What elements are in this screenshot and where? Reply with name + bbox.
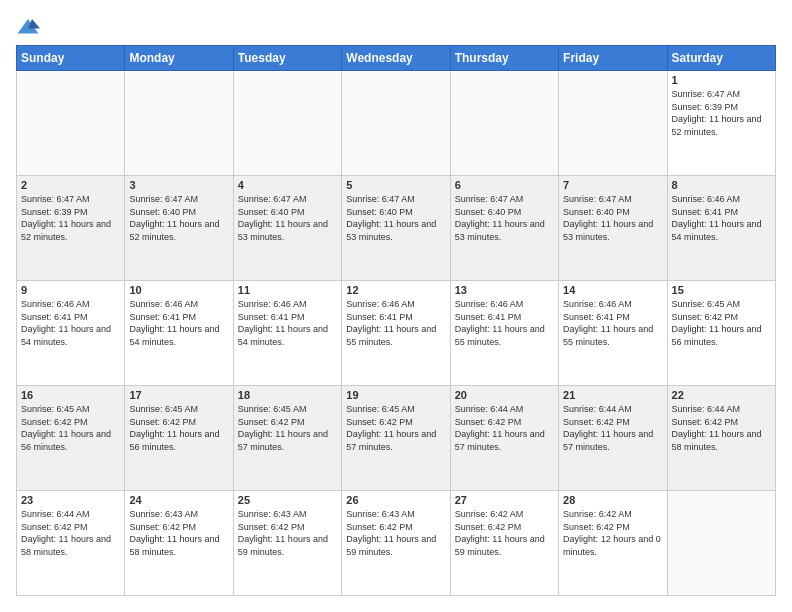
day-number: 5 xyxy=(346,179,445,191)
day-number: 26 xyxy=(346,494,445,506)
day-number: 3 xyxy=(129,179,228,191)
day-info: Sunrise: 6:46 AM Sunset: 6:41 PM Dayligh… xyxy=(238,298,337,348)
calendar-cell: 5Sunrise: 6:47 AM Sunset: 6:40 PM Daylig… xyxy=(342,176,450,281)
calendar-cell xyxy=(125,71,233,176)
day-info: Sunrise: 6:47 AM Sunset: 6:40 PM Dayligh… xyxy=(346,193,445,243)
day-number: 9 xyxy=(21,284,120,296)
day-number: 2 xyxy=(21,179,120,191)
calendar-cell: 8Sunrise: 6:46 AM Sunset: 6:41 PM Daylig… xyxy=(667,176,775,281)
day-info: Sunrise: 6:44 AM Sunset: 6:42 PM Dayligh… xyxy=(455,403,554,453)
calendar-cell: 17Sunrise: 6:45 AM Sunset: 6:42 PM Dayli… xyxy=(125,386,233,491)
day-info: Sunrise: 6:45 AM Sunset: 6:42 PM Dayligh… xyxy=(129,403,228,453)
calendar-cell xyxy=(17,71,125,176)
day-number: 4 xyxy=(238,179,337,191)
day-number: 17 xyxy=(129,389,228,401)
day-info: Sunrise: 6:42 AM Sunset: 6:42 PM Dayligh… xyxy=(455,508,554,558)
day-info: Sunrise: 6:43 AM Sunset: 6:42 PM Dayligh… xyxy=(238,508,337,558)
calendar-cell: 2Sunrise: 6:47 AM Sunset: 6:39 PM Daylig… xyxy=(17,176,125,281)
day-number: 25 xyxy=(238,494,337,506)
weekday-header: Thursday xyxy=(450,46,558,71)
day-info: Sunrise: 6:45 AM Sunset: 6:42 PM Dayligh… xyxy=(672,298,771,348)
page: SundayMondayTuesdayWednesdayThursdayFrid… xyxy=(0,0,792,612)
calendar-cell: 19Sunrise: 6:45 AM Sunset: 6:42 PM Dayli… xyxy=(342,386,450,491)
day-info: Sunrise: 6:45 AM Sunset: 6:42 PM Dayligh… xyxy=(21,403,120,453)
day-info: Sunrise: 6:44 AM Sunset: 6:42 PM Dayligh… xyxy=(563,403,662,453)
day-info: Sunrise: 6:46 AM Sunset: 6:41 PM Dayligh… xyxy=(563,298,662,348)
calendar-cell: 9Sunrise: 6:46 AM Sunset: 6:41 PM Daylig… xyxy=(17,281,125,386)
day-number: 10 xyxy=(129,284,228,296)
calendar-cell: 27Sunrise: 6:42 AM Sunset: 6:42 PM Dayli… xyxy=(450,491,558,596)
calendar-cell: 25Sunrise: 6:43 AM Sunset: 6:42 PM Dayli… xyxy=(233,491,341,596)
day-info: Sunrise: 6:47 AM Sunset: 6:40 PM Dayligh… xyxy=(455,193,554,243)
weekday-header: Wednesday xyxy=(342,46,450,71)
calendar-cell: 12Sunrise: 6:46 AM Sunset: 6:41 PM Dayli… xyxy=(342,281,450,386)
calendar-cell: 26Sunrise: 6:43 AM Sunset: 6:42 PM Dayli… xyxy=(342,491,450,596)
calendar-cell: 20Sunrise: 6:44 AM Sunset: 6:42 PM Dayli… xyxy=(450,386,558,491)
day-number: 20 xyxy=(455,389,554,401)
calendar-table: SundayMondayTuesdayWednesdayThursdayFrid… xyxy=(16,45,776,596)
calendar-cell xyxy=(450,71,558,176)
calendar-cell: 7Sunrise: 6:47 AM Sunset: 6:40 PM Daylig… xyxy=(559,176,667,281)
calendar-cell: 4Sunrise: 6:47 AM Sunset: 6:40 PM Daylig… xyxy=(233,176,341,281)
day-info: Sunrise: 6:47 AM Sunset: 6:39 PM Dayligh… xyxy=(672,88,771,138)
day-number: 19 xyxy=(346,389,445,401)
day-info: Sunrise: 6:46 AM Sunset: 6:41 PM Dayligh… xyxy=(346,298,445,348)
calendar-cell: 15Sunrise: 6:45 AM Sunset: 6:42 PM Dayli… xyxy=(667,281,775,386)
weekday-header: Saturday xyxy=(667,46,775,71)
day-number: 15 xyxy=(672,284,771,296)
day-number: 7 xyxy=(563,179,662,191)
day-number: 23 xyxy=(21,494,120,506)
weekday-header: Tuesday xyxy=(233,46,341,71)
weekday-header: Monday xyxy=(125,46,233,71)
header xyxy=(16,16,776,37)
day-info: Sunrise: 6:45 AM Sunset: 6:42 PM Dayligh… xyxy=(346,403,445,453)
day-number: 1 xyxy=(672,74,771,86)
weekday-header: Sunday xyxy=(17,46,125,71)
calendar-cell: 28Sunrise: 6:42 AM Sunset: 6:42 PM Dayli… xyxy=(559,491,667,596)
day-info: Sunrise: 6:45 AM Sunset: 6:42 PM Dayligh… xyxy=(238,403,337,453)
day-info: Sunrise: 6:43 AM Sunset: 6:42 PM Dayligh… xyxy=(129,508,228,558)
day-number: 11 xyxy=(238,284,337,296)
calendar-cell: 16Sunrise: 6:45 AM Sunset: 6:42 PM Dayli… xyxy=(17,386,125,491)
day-info: Sunrise: 6:42 AM Sunset: 6:42 PM Dayligh… xyxy=(563,508,662,558)
weekday-header: Friday xyxy=(559,46,667,71)
day-info: Sunrise: 6:47 AM Sunset: 6:40 PM Dayligh… xyxy=(563,193,662,243)
calendar-cell xyxy=(233,71,341,176)
day-info: Sunrise: 6:46 AM Sunset: 6:41 PM Dayligh… xyxy=(129,298,228,348)
day-number: 12 xyxy=(346,284,445,296)
logo-icon xyxy=(16,17,40,37)
calendar-cell: 24Sunrise: 6:43 AM Sunset: 6:42 PM Dayli… xyxy=(125,491,233,596)
day-number: 13 xyxy=(455,284,554,296)
day-number: 8 xyxy=(672,179,771,191)
calendar-cell xyxy=(667,491,775,596)
day-number: 18 xyxy=(238,389,337,401)
calendar-cell: 10Sunrise: 6:46 AM Sunset: 6:41 PM Dayli… xyxy=(125,281,233,386)
day-info: Sunrise: 6:46 AM Sunset: 6:41 PM Dayligh… xyxy=(21,298,120,348)
day-info: Sunrise: 6:47 AM Sunset: 6:40 PM Dayligh… xyxy=(129,193,228,243)
day-number: 28 xyxy=(563,494,662,506)
day-number: 24 xyxy=(129,494,228,506)
calendar-cell: 21Sunrise: 6:44 AM Sunset: 6:42 PM Dayli… xyxy=(559,386,667,491)
day-info: Sunrise: 6:43 AM Sunset: 6:42 PM Dayligh… xyxy=(346,508,445,558)
day-number: 6 xyxy=(455,179,554,191)
calendar-cell: 6Sunrise: 6:47 AM Sunset: 6:40 PM Daylig… xyxy=(450,176,558,281)
day-info: Sunrise: 6:46 AM Sunset: 6:41 PM Dayligh… xyxy=(455,298,554,348)
calendar-cell: 11Sunrise: 6:46 AM Sunset: 6:41 PM Dayli… xyxy=(233,281,341,386)
day-info: Sunrise: 6:44 AM Sunset: 6:42 PM Dayligh… xyxy=(21,508,120,558)
calendar-cell: 22Sunrise: 6:44 AM Sunset: 6:42 PM Dayli… xyxy=(667,386,775,491)
calendar-cell: 3Sunrise: 6:47 AM Sunset: 6:40 PM Daylig… xyxy=(125,176,233,281)
calendar-cell: 23Sunrise: 6:44 AM Sunset: 6:42 PM Dayli… xyxy=(17,491,125,596)
calendar-cell: 18Sunrise: 6:45 AM Sunset: 6:42 PM Dayli… xyxy=(233,386,341,491)
day-info: Sunrise: 6:46 AM Sunset: 6:41 PM Dayligh… xyxy=(672,193,771,243)
day-info: Sunrise: 6:47 AM Sunset: 6:40 PM Dayligh… xyxy=(238,193,337,243)
day-number: 16 xyxy=(21,389,120,401)
day-number: 22 xyxy=(672,389,771,401)
day-number: 21 xyxy=(563,389,662,401)
calendar-cell: 14Sunrise: 6:46 AM Sunset: 6:41 PM Dayli… xyxy=(559,281,667,386)
day-number: 27 xyxy=(455,494,554,506)
calendar-cell xyxy=(559,71,667,176)
day-info: Sunrise: 6:44 AM Sunset: 6:42 PM Dayligh… xyxy=(672,403,771,453)
logo xyxy=(16,16,44,37)
day-info: Sunrise: 6:47 AM Sunset: 6:39 PM Dayligh… xyxy=(21,193,120,243)
calendar-cell xyxy=(342,71,450,176)
